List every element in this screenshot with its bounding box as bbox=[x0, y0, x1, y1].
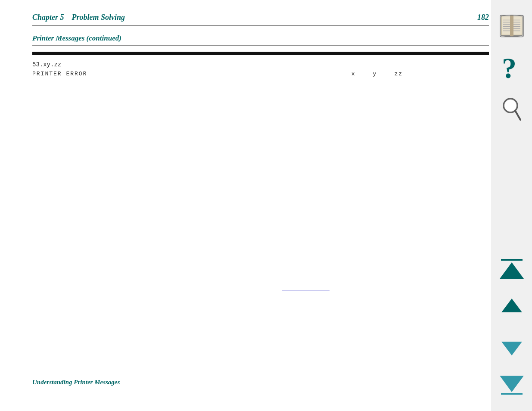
page-number: 182 bbox=[477, 13, 489, 22]
svg-text:?: ? bbox=[502, 53, 516, 83]
search-icon bbox=[500, 96, 523, 124]
book-icon bbox=[499, 13, 525, 39]
error-message-row: PRINTER ERROR x y zz bbox=[32, 71, 489, 77]
sidebar: ? bbox=[491, 0, 532, 411]
navigate-down-icon bbox=[501, 342, 522, 355]
question-mark-icon: ? bbox=[500, 53, 523, 85]
chapter-title: Chapter 5 Problem Solving bbox=[32, 13, 125, 22]
error-var-zz: zz bbox=[394, 71, 403, 77]
footer-text: Understanding Printer Messages bbox=[32, 379, 120, 386]
content-link[interactable] bbox=[282, 290, 330, 290]
error-code: 53.xy.zz bbox=[32, 61, 61, 68]
content-area: 53.xy.zz PRINTER ERROR x y zz bbox=[32, 60, 489, 77]
book-icon-button[interactable] bbox=[495, 9, 528, 43]
navigate-up-button[interactable] bbox=[495, 288, 528, 323]
navigate-last-down-button[interactable] bbox=[495, 368, 528, 402]
navigate-first-up-button[interactable] bbox=[495, 252, 528, 286]
error-var-x: x bbox=[352, 71, 356, 77]
svg-line-13 bbox=[515, 111, 520, 120]
error-vars: x y zz bbox=[352, 71, 489, 77]
svg-point-12 bbox=[505, 100, 516, 111]
error-code-line: 53.xy.zz bbox=[32, 60, 489, 70]
chapter-label: Chapter 5 bbox=[32, 13, 64, 22]
bottom-divider bbox=[32, 357, 489, 357]
main-content: Chapter 5 Problem Solving 182 Printer Me… bbox=[32, 13, 489, 398]
navigate-up-icon bbox=[501, 299, 522, 312]
chapter-subtitle: Problem Solving bbox=[72, 13, 125, 22]
help-icon-button[interactable]: ? bbox=[495, 52, 528, 86]
section-title: Printer Messages (continued) bbox=[32, 34, 121, 42]
section-title-row: Printer Messages (continued) bbox=[32, 34, 489, 46]
thick-divider bbox=[32, 52, 489, 55]
error-var-y: y bbox=[373, 71, 377, 77]
navigate-down-button[interactable] bbox=[495, 331, 528, 366]
error-message: PRINTER ERROR bbox=[32, 71, 87, 77]
navigate-last-down-icon bbox=[500, 376, 524, 395]
navigate-first-up-icon bbox=[500, 259, 524, 279]
search-icon-button[interactable] bbox=[495, 93, 528, 127]
svg-rect-8 bbox=[510, 16, 513, 37]
chapter-header: Chapter 5 Problem Solving 182 bbox=[32, 13, 489, 26]
